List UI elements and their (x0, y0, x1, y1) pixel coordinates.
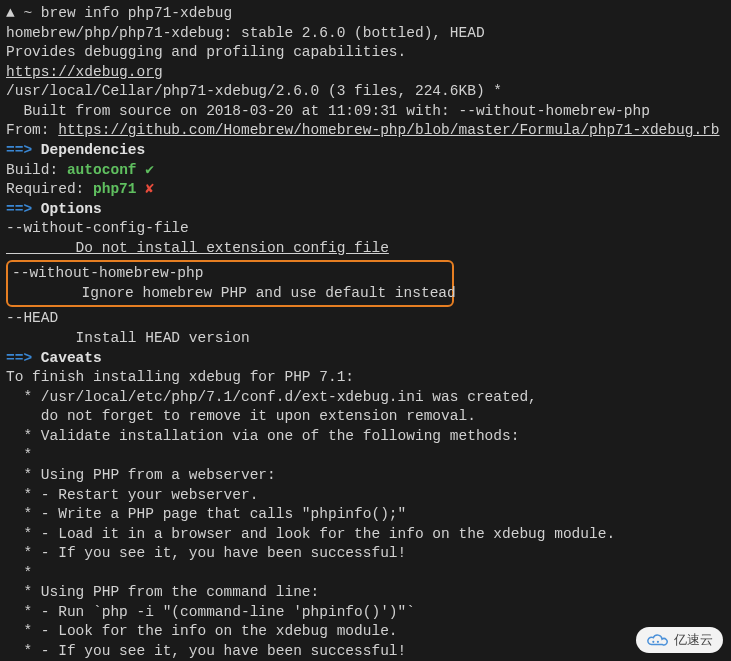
section-arrow: ==> (6, 350, 32, 366)
required-label: Required: (6, 181, 93, 197)
caveat-line: * - If you see it, you have been success… (6, 642, 725, 661)
watermark-text: 亿速云 (674, 631, 713, 649)
dependencies-header: Dependencies (41, 142, 145, 158)
option-3-desc: Install HEAD version (6, 329, 725, 349)
built-from: Built from source on 2018-03-20 at 11:09… (6, 102, 725, 122)
check-icon: ✔ (137, 162, 154, 178)
formula-url[interactable]: https://github.com/Homebrew/homebrew-php… (58, 122, 719, 138)
svg-point-1 (657, 641, 659, 643)
section-arrow: ==> (6, 201, 32, 217)
svg-point-0 (652, 641, 654, 643)
caveat-line: * Using PHP from a webserver: (6, 466, 725, 486)
caveat-line: * (6, 564, 725, 584)
prompt-line: ▲ ~ brew info php71-xdebug (6, 4, 725, 24)
dep-autoconf: autoconf (67, 162, 137, 178)
cross-icon: ✘ (137, 181, 154, 197)
caveat-line: * - Write a PHP page that calls "phpinfo… (6, 505, 725, 525)
caveat-line: * /usr/local/etc/php/7.1/conf.d/ext-xdeb… (6, 388, 725, 408)
option-3: --HEAD (6, 309, 725, 329)
build-label: Build: (6, 162, 67, 178)
options-header: Options (41, 201, 102, 217)
caveat-line: * - If you see it, you have been success… (6, 544, 725, 564)
prompt-arrow: ▲ (6, 5, 15, 21)
prompt-tilde: ~ (23, 5, 32, 21)
install-path: /usr/local/Cellar/php71-xdebug/2.6.0 (3 … (6, 82, 725, 102)
caveat-line: * Using PHP from the command line: (6, 583, 725, 603)
cloud-icon (646, 632, 668, 648)
homepage-url[interactable]: https://xdebug.org (6, 64, 163, 80)
option-1: --without-config-file (6, 219, 725, 239)
from-label: From: (6, 122, 58, 138)
option-2: --without-homebrew-php (12, 264, 448, 284)
caveat-line: * - Run `php -i "(command-line 'phpinfo(… (6, 603, 725, 623)
caveat-line: * - Look for the info on the xdebug modu… (6, 622, 725, 642)
caveat-line: * - Load it in a browser and look for th… (6, 525, 725, 545)
watermark: 亿速云 (636, 627, 723, 653)
command-text: brew info php71-xdebug (41, 5, 232, 21)
caveat-line: * (6, 446, 725, 466)
section-arrow: ==> (6, 142, 32, 158)
description: Provides debugging and profiling capabil… (6, 43, 725, 63)
option-2-desc: Ignore homebrew PHP and use default inst… (12, 284, 448, 304)
package-info: homebrew/php/php71-xdebug: stable 2.6.0 … (6, 24, 725, 44)
caveat-line: * Validate installation via one of the f… (6, 427, 725, 447)
highlight-box: --without-homebrew-php Ignore homebrew P… (6, 260, 454, 307)
caveats-header: Caveats (41, 350, 102, 366)
caveat-line: do not forget to remove it upon extensio… (6, 407, 725, 427)
dep-php71: php71 (93, 181, 137, 197)
caveat-line: To finish installing xdebug for PHP 7.1: (6, 368, 725, 388)
option-1-desc: Do not install extension config file (6, 239, 725, 259)
caveat-line: * - Restart your webserver. (6, 486, 725, 506)
